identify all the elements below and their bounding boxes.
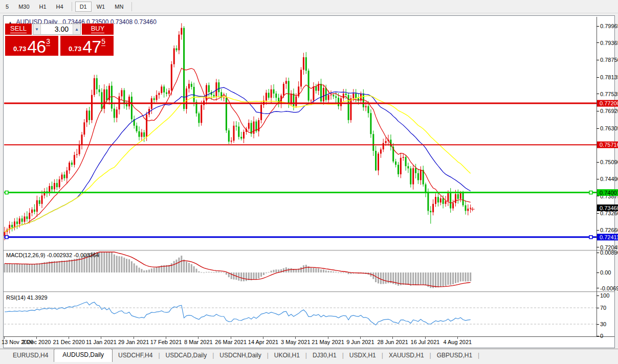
tab-separator: | [478,352,479,362]
one-click-trading-panel: SELL ▼ 3.00 ▲ BUY 0.73 46 3 0.73 47 5 [5,24,114,56]
hline-handle-left[interactable] [5,236,8,239]
price-tick-label: 0.73260 [600,210,618,216]
price-badge-0.74007: 0.74007 [597,189,618,196]
macd-indicator-label: MACD(12,26,9) -0.002932 -0.003364 [6,252,99,258]
timeframe-button-MN[interactable]: MN [110,2,128,12]
svg-text:0.74007: 0.74007 [600,190,618,196]
sell-price-display[interactable]: 0.73 46 3 [5,36,58,56]
tab-usdcad-daily[interactable]: USDCAD,Daily [160,350,213,362]
price-tick-label: 0.76920 [600,108,618,114]
tab-usdcnh-daily[interactable]: USDCNH,Daily [214,350,267,362]
price-badge-0.75716: 0.75716 [597,142,618,148]
rsi-scale-label: 70 [600,305,606,311]
timeframe-button-H1[interactable]: H1 [35,2,51,12]
macd-scale: 0.0089030.00-0.006977 [597,249,618,291]
buy-button[interactable]: BUY [82,24,114,35]
price-marker-cross [471,207,475,211]
rsi-line [5,302,471,325]
tab-usdx-h1[interactable]: USDX,H1 [344,350,382,362]
buy-price-display[interactable]: 0.73 47 5 [60,36,114,56]
date-label: 21 Dec 2020 [53,339,84,345]
timeframe-button-5[interactable]: 5 [1,2,13,12]
price-tick-label: 0.79965 [600,23,618,29]
date-label: 21 May 2021 [312,339,344,345]
macd-scale-label: 0.008903 [600,249,618,256]
date-label: 17 Feb 2021 [150,339,182,345]
price-tick-label: 0.75090 [600,159,618,165]
svg-text:0.75716: 0.75716 [600,142,618,148]
price-tick-label: 0.77535 [600,91,618,97]
price-tick-label: 0.79365 [600,40,618,46]
macd-scale-label: 0.00 [600,269,611,276]
svg-text:0.72411: 0.72411 [600,234,618,240]
symbol-tab-bar: EURUSD,H4AUDUSD,DailyUSDCHF,H4|USDCAD,Da… [0,349,618,362]
price-tick-label: 0.74490 [600,176,618,182]
date-label: 9 Jun 2021 [346,339,374,345]
rsi-scale-label: 100 [600,292,609,299]
tab-gbpusd-h1[interactable]: GBPUSD,H1 [431,350,478,362]
current-price-badge: 0.73460 [597,204,618,211]
tab-usdchf-h4[interactable]: USDCHF,H4 [113,350,158,362]
price-badge-0.77200: 0.77200 [597,100,618,107]
price-tick-label: 0.72660 [600,227,618,233]
candlesticks [4,23,472,240]
rsi-scale: 10070300 [597,292,609,339]
price-badge-0.72411: 0.72411 [597,234,618,240]
tab-ukoil-h1[interactable]: UKOil,H1 [269,350,305,362]
volume-input[interactable]: 3.00 [41,24,73,34]
pane-separators[interactable] [4,17,614,337]
date-label: 11 Jan 2021 [86,339,117,345]
price-tick-label: 0.78750 [600,57,618,63]
tab-dj30-h1[interactable]: DJ30,H1 [307,350,342,362]
date-label: 16 Jul 2021 [411,339,440,345]
volume-stepper: ▼ 3.00 ▲ [33,24,81,35]
rsi-scale-label: 0 [600,333,603,339]
date-label: 29 Jan 2021 [118,339,149,345]
rsi-indicator-label: RSI(14) 41.3929 [6,294,48,301]
timeframe-toolbar: 5M30H1H4D1W1MN [0,0,618,13]
tab-audusd-daily[interactable]: AUDUSD,Daily [54,349,113,362]
toolbar-divider [72,2,72,11]
date-label: 28 Jun 2021 [377,339,408,345]
tab-eurusd-h4[interactable]: EURUSD,H4 [7,350,54,362]
timeframe-button-H4[interactable]: H4 [52,2,68,12]
volume-decrease-button[interactable]: ▼ [33,24,41,34]
timeframe-button-M30[interactable]: M30 [14,2,34,12]
date-label: 26 Mar 2021 [215,339,247,345]
date-label: 14 Apr 2021 [248,339,278,345]
date-label: 4 Aug 2021 [443,339,472,345]
date-label: 2 Dec 2020 [22,339,51,345]
price-tick-label: 0.76305 [600,125,618,131]
hline-handle-right[interactable] [589,191,592,194]
sell-button[interactable]: SELL [5,24,32,35]
macd-scale-label: -0.006977 [600,285,618,291]
svg-text:0.77200: 0.77200 [600,100,618,106]
date-axis: 13 Nov 20202 Dec 202021 Dec 202011 Jan 2… [2,337,472,345]
date-label: 8 Mar 2021 [184,339,213,345]
rsi-scale-label: 30 [600,321,606,327]
hline-handle-right[interactable] [589,236,592,239]
ma-fast-line [5,68,471,232]
timeframe-button-D1[interactable]: D1 [75,2,92,12]
tab-xauusd-h1[interactable]: XAUUSD,H1 [383,350,430,362]
svg-text:0.73460: 0.73460 [600,205,618,211]
date-label: 3 May 2021 [281,339,310,345]
timeframe-button-W1[interactable]: W1 [92,2,110,12]
price-tick-label: 0.78135 [600,74,618,80]
toolbar-divider [131,2,132,11]
volume-increase-button[interactable]: ▲ [73,24,80,34]
hline-handle-left[interactable] [5,191,8,194]
price-axis: 0.799650.793650.787500.781350.775350.769… [597,23,618,251]
